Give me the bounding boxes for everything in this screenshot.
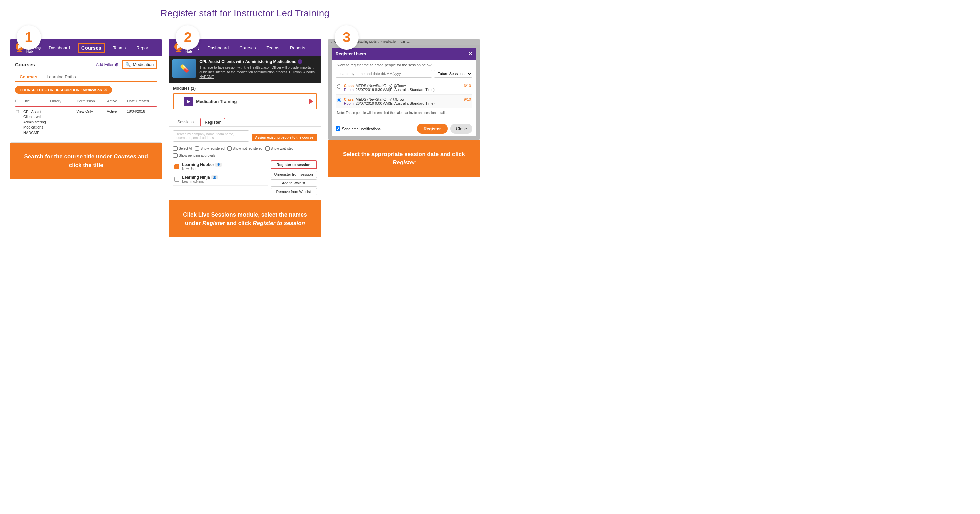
step3-s1-room-label: Room [344, 88, 354, 92]
step3-s2-date: 26/07/2019 9:00 AM(E. Australia Standard… [356, 102, 435, 105]
step3-session-1[interactable]: Class MEDS (NewStaffOnly) @Toow... 6/10 … [336, 81, 472, 95]
step2-assign-btn[interactable]: Assign existing people to the course [251, 133, 317, 141]
step3-modal-header: Register Users ✕ [332, 48, 476, 60]
step2-unregister-btn[interactable]: Unregister from session [270, 171, 317, 178]
step2-modules-section: Modules (1) ⋮ ▶ Medication Training [169, 82, 321, 116]
filter-show-not-registered[interactable]: Show not registered [228, 146, 262, 151]
step-1-number: 1 [17, 25, 41, 49]
step2-register-to-session-btn[interactable]: Register to session [270, 160, 317, 169]
step1-filter-tag: COURSE TITLE OR DESCRIPTION : Medication… [15, 86, 112, 94]
filter-select-all[interactable]: Select All [173, 146, 192, 151]
step2-search-names[interactable]: search by company name, team name, usern… [173, 130, 249, 141]
step2-add-waitlist-btn[interactable]: Add to Waitlist [270, 179, 317, 187]
step3-future-sessions-select[interactable]: Future Sessions [434, 70, 472, 78]
user2-checkbox[interactable] [175, 177, 179, 182]
step-3-number: 3 [335, 25, 359, 49]
step-2-number: 2 [175, 25, 200, 49]
step3-close-btn[interactable]: Close [450, 124, 472, 133]
step1-search-box[interactable]: 🔍 Medication [122, 60, 157, 69]
step1-course-row[interactable]: ☐ CPL Assist Clients with Administering … [15, 106, 157, 138]
step3-s2-class-label: Class [344, 97, 354, 102]
step1-courses-panel: Courses Add Filter ⊕ 🔍 Medication Course [10, 56, 162, 142]
user1-checkbox[interactable]: ✓ [175, 164, 179, 169]
step3-session-1-details: Class MEDS (NewStaffOnly) @Toow... 6/10 … [344, 84, 471, 92]
step1-description: Search for the course title under Course… [10, 143, 162, 179]
step3-send-email-label: Send email notifications [342, 127, 381, 131]
step1-tab-courses[interactable]: Courses [15, 72, 42, 82]
step2-course-description: This face-to-face session with the Healt… [199, 65, 317, 79]
step3-s2-room-label: Room [344, 102, 354, 105]
step-2-number-wrapper: 2 [169, 25, 321, 46]
step2-search-placeholder: search by company name, team name, usern… [176, 132, 246, 140]
step3-session-2-details: Class MEDS (NewStaffOnly)@Brown... 9/10 … [344, 97, 471, 105]
step3-session-search-input[interactable] [336, 70, 432, 78]
filter-show-pending[interactable]: Show pending approvals [173, 153, 215, 158]
filter-show-waitlisted[interactable]: Show waitlisted [265, 146, 294, 151]
arrow-indicator [309, 99, 313, 104]
step3-modal-note: Note: These people will be emailed the c… [336, 111, 472, 115]
drag-handle-icon: ⋮ [177, 99, 181, 104]
step3-footer-buttons: Register Close [417, 124, 472, 133]
col-checkbox: ☐ [15, 99, 23, 103]
step-2-screenshot: CPL Learning Hub Dashboard Courses Teams… [169, 39, 321, 200]
step3-modal-box: Register Users ✕ I want to register the … [332, 48, 476, 136]
step-2-column: 2 CPL Learning Hub Dashboard [169, 25, 321, 237]
step1-tab-learning-paths[interactable]: Learning Paths [42, 72, 80, 81]
step1-courses-title: Courses [15, 62, 35, 67]
step3-s1-date: 25/07/2019 8:30 AM(E. Australia Standard… [356, 88, 435, 92]
step3-session-2[interactable]: Class MEDS (NewStaffOnly)@Brown... 9/10 … [336, 95, 472, 108]
step1-add-filter[interactable]: Add Filter ⊕ [96, 62, 119, 67]
step-1-column: 1 CPL Learning Hub Dashboard [10, 25, 162, 179]
filter-close-icon[interactable]: ✕ [104, 88, 107, 92]
step2-course-info: CPL Assist Clients with Administering Me… [199, 59, 317, 79]
step2-user-2[interactable]: Learning Ninja 👤 Learning.Ninja [173, 173, 267, 186]
step1-tabs-row: Courses Learning Paths [15, 72, 157, 82]
module-icon: ▶ [184, 97, 193, 106]
step2-course-banner: 💊 CPL Assist Clients with Administering … [169, 56, 321, 82]
step2-users-list: ✓ Learning Hubber 👤 New.User [173, 160, 267, 197]
step2-register-panel: search by company name, team name, usern… [169, 127, 321, 200]
step-1-number-wrapper: 1 [10, 25, 162, 46]
step3-session-2-radio[interactable] [337, 98, 341, 102]
step2-modules-label: Modules (1) [173, 86, 317, 91]
step3-modal-overlay: Register Users ✕ I want to register the … [328, 44, 480, 140]
user1-info: Learning Hubber 👤 New.User [182, 162, 222, 171]
step2-filter-row: Select All Show registered Show not regi… [173, 146, 317, 158]
step3-s2-count: 9/10 [464, 97, 471, 102]
step2-tab-register[interactable]: Register [200, 118, 225, 127]
step1-search-value: Medication [133, 62, 154, 67]
step3-session-1-radio[interactable] [337, 84, 341, 89]
step3-s1-count: 6/10 [464, 84, 471, 88]
step3-s1-code: MEDS (NewStaffOnly) @Toow... [356, 84, 409, 88]
step2-tab-sessions[interactable]: Sessions [173, 118, 197, 127]
step3-modal-title: Register Users [336, 51, 366, 56]
svg-rect-5 [176, 51, 181, 52]
step2-action-buttons: Register to session Unregister from sess… [270, 160, 317, 197]
step3-s2-code: MEDS (NewStaffOnly)@Brown... [356, 97, 410, 102]
step3-description: Select the appropriate session date and … [328, 140, 480, 177]
user1-badge: 👤 [215, 163, 222, 167]
step2-user-1[interactable]: ✓ Learning Hubber 👤 New.User [173, 160, 267, 173]
step3-modal-footer: Send email notifications Register Close [332, 121, 476, 136]
search-icon: 🔍 [125, 62, 130, 67]
step2-sessions-tabs: Sessions Register [169, 116, 321, 127]
step3-modal-body: I want to register the selected people f… [332, 60, 476, 121]
step2-course-title: CPL Assist Clients with Administering Me… [199, 59, 317, 64]
step3-send-email-checkbox[interactable] [336, 127, 340, 131]
step2-module-item[interactable]: ⋮ ▶ Medication Training [173, 94, 317, 109]
filter-show-registered[interactable]: Show registered [195, 146, 224, 151]
step1-courses-header: Courses Add Filter ⊕ 🔍 Medication [15, 60, 157, 69]
row-checkbox[interactable]: ☐ [15, 109, 24, 114]
steps-container: 1 CPL Learning Hub Dashboard [0, 25, 490, 237]
modal-close-icon[interactable]: ✕ [468, 51, 472, 57]
step2-course-thumbnail: 💊 [172, 59, 196, 78]
step3-register-btn[interactable]: Register [417, 124, 448, 133]
step2-module-name: Medication Training [196, 99, 237, 104]
page-title: Register staff for Instructor Led Traini… [0, 0, 490, 25]
step2-remove-waitlist-btn[interactable]: Remove from Waitlist [270, 188, 317, 195]
step-1-screenshot: CPL Learning Hub Dashboard Courses Teams… [10, 39, 162, 143]
step1-course-permission: View Only [76, 109, 107, 113]
step3-send-email-row: Send email notifications [336, 127, 381, 131]
step3-s1-class-label: Class [344, 84, 354, 88]
step-3-number-wrapper: 3 [328, 25, 480, 46]
